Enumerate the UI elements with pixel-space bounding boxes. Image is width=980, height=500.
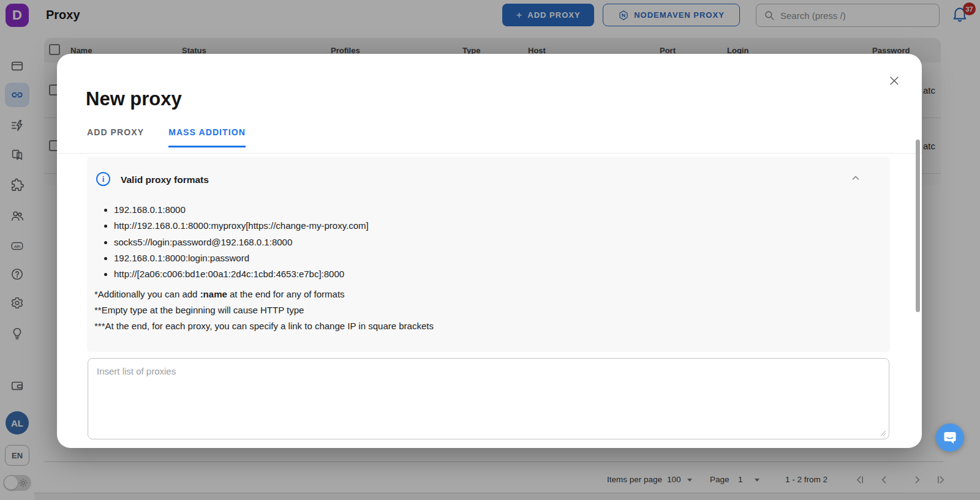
chat-bubble-icon	[942, 430, 958, 446]
format-note: *Additionally you can add :name at the e…	[94, 286, 434, 302]
format-item: http://[2a06:c006:bd1e:00a1:2d4c:1cbd:46…	[114, 266, 369, 282]
valid-formats-panel: i Valid proxy formats 192.168.0.1:8000 h…	[87, 157, 890, 352]
collapse-panel-button[interactable]	[849, 171, 862, 185]
chevron-up-icon	[850, 173, 861, 184]
format-item: http://192.168.0.1:8000:myproxy[https://…	[114, 218, 369, 234]
close-icon	[888, 75, 900, 87]
valid-formats-title: Valid proxy formats	[121, 174, 209, 185]
note-text: *Additionally you can add	[94, 289, 200, 299]
format-note: ***At the end, for each proxy, you can s…	[94, 318, 434, 334]
format-item: 192.168.0.1:8000:login:password	[114, 250, 369, 266]
format-list: 192.168.0.1:8000 http://192.168.0.1:8000…	[114, 202, 369, 282]
note-text: at the end for any of formats	[227, 289, 345, 299]
close-modal-button[interactable]	[886, 72, 903, 89]
format-notes: *Additionally you can add :name at the e…	[94, 286, 434, 334]
info-icon: i	[96, 172, 110, 186]
tab-mass-addition[interactable]: MASS ADDITION	[168, 127, 246, 147]
modal-tabs: ADD PROXY MASS ADDITION	[87, 127, 246, 147]
tabs-divider	[57, 153, 922, 154]
app-window: D API AL	[0, 0, 980, 500]
proxy-list-field	[88, 358, 889, 439]
format-item: 192.168.0.1:8000	[114, 202, 369, 218]
support-chat-button[interactable]	[936, 424, 964, 452]
note-bold-text: :name	[200, 289, 227, 299]
proxy-list-textarea[interactable]	[88, 358, 889, 439]
format-note: **Empty type at the beginning will cause…	[94, 302, 434, 318]
new-proxy-modal: New proxy ADD PROXY MASS ADDITION i Vali…	[57, 54, 922, 448]
modal-title: New proxy	[86, 88, 182, 110]
tab-add-proxy[interactable]: ADD PROXY	[87, 127, 144, 147]
modal-scrollbar-thumb[interactable]	[916, 140, 920, 312]
format-item: socks5://login:password@192.168.0.1:8000	[114, 234, 369, 250]
